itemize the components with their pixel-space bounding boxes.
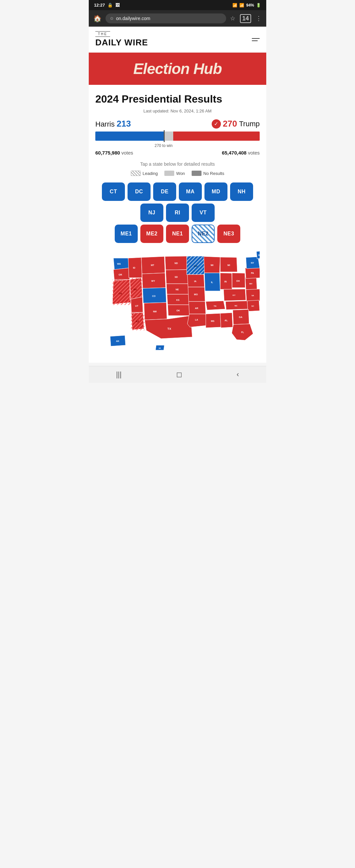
logo-main: DAILY WIRE xyxy=(95,37,148,48)
address-bar[interactable]: ⊙ on.dailywire.com xyxy=(105,13,226,23)
svg-text:PA: PA xyxy=(251,272,254,274)
state-btn-DE[interactable]: DE xyxy=(153,183,176,201)
svg-text:NE: NE xyxy=(175,288,179,291)
progress-bar xyxy=(95,131,260,141)
to-win-label: 270 to win xyxy=(155,143,172,148)
svg-text:NY: NY xyxy=(251,262,254,264)
state-btn-MD[interactable]: MD xyxy=(204,183,227,201)
signal-icon: 📶 xyxy=(239,3,244,7)
menu-line-1 xyxy=(252,38,260,39)
nav-home-icon[interactable]: ◻ xyxy=(176,370,182,379)
svg-text:OR: OR xyxy=(119,274,122,276)
site-header: THE DAILY WIRE xyxy=(89,27,266,53)
legend-leading: Leading xyxy=(131,170,158,176)
state-btn-NE2[interactable]: NE2 xyxy=(192,224,215,243)
time: 12:27 xyxy=(94,3,105,7)
svg-text:AL: AL xyxy=(225,319,228,321)
harris-score: 213 xyxy=(117,119,131,129)
svg-text:AR: AR xyxy=(195,307,198,309)
state-btn-NJ[interactable]: NJ xyxy=(140,204,163,222)
battery-text: 94% xyxy=(246,3,254,7)
harris-name: Harris xyxy=(95,120,117,128)
state-btn-ME1[interactable]: ME1 xyxy=(115,224,138,243)
harris-votes: 60,775,980 votes xyxy=(95,150,133,156)
legend-leading-label: Leading xyxy=(143,171,158,176)
svg-text:NV: NV xyxy=(133,288,137,291)
star-icon[interactable]: ☆ xyxy=(230,15,235,22)
svg-text:LA: LA xyxy=(195,319,198,321)
state-WA[interactable] xyxy=(114,258,129,270)
state-btn-CT[interactable]: CT xyxy=(102,183,125,201)
logo-the: THE xyxy=(95,31,110,37)
menu-icon[interactable] xyxy=(252,38,260,41)
svg-text:AK: AK xyxy=(116,340,119,342)
image-icon: 🖼 xyxy=(116,3,120,7)
svg-text:AZ: AZ xyxy=(136,320,139,322)
menu-line-2 xyxy=(252,40,258,41)
election-hub-title: Election Hub xyxy=(95,60,260,78)
svg-text:OK: OK xyxy=(176,309,180,312)
legend: Leading Won No Results xyxy=(95,170,260,176)
bar-gap xyxy=(164,131,173,141)
svg-text:MT: MT xyxy=(151,264,155,266)
election-hub-banner: Election Hub xyxy=(89,53,266,85)
svg-text:NM: NM xyxy=(153,310,157,313)
svg-text:GA: GA xyxy=(239,316,243,318)
state-btn-RI[interactable]: RI xyxy=(166,204,189,222)
tap-instruction: Tap a state below for detailed results xyxy=(95,161,260,167)
svg-text:FL: FL xyxy=(241,331,244,333)
state-btn-DC[interactable]: DC xyxy=(128,183,151,201)
us-map-svg: WA OR CA ID NV MT WY xyxy=(95,248,260,353)
svg-text:TN: TN xyxy=(214,305,216,307)
legend-won: Won xyxy=(164,170,185,176)
svg-text:MI: MI xyxy=(227,264,230,266)
trump-votes-number: 65,470,408 xyxy=(222,150,247,156)
svg-text:SD: SD xyxy=(174,276,178,278)
state-btn-NH[interactable]: NH xyxy=(230,183,253,201)
svg-text:IN: IN xyxy=(225,280,227,283)
svg-text:KS: KS xyxy=(176,299,180,301)
candidate-row: Harris 213 ✓270 Trump xyxy=(95,119,260,129)
state-btn-NE1[interactable]: NE1 xyxy=(166,224,189,243)
url-text: on.dailywire.com xyxy=(116,16,150,21)
state-btn-ME2[interactable]: ME2 xyxy=(140,224,163,243)
svg-text:KY: KY xyxy=(233,294,235,296)
svg-text:VA: VA xyxy=(252,294,254,297)
legend-swatch-won xyxy=(164,170,174,176)
svg-text:OH: OH xyxy=(236,280,240,282)
battery-icon: 🔋 xyxy=(256,3,261,7)
nav-bar: ||| ◻ ‹ xyxy=(89,366,266,383)
svg-text:WY: WY xyxy=(151,280,155,282)
tab-count[interactable]: 14 xyxy=(240,14,251,23)
harris-votes-unit: votes xyxy=(121,150,133,156)
svg-text:ID: ID xyxy=(133,267,135,269)
harris-side: Harris 213 xyxy=(95,119,131,129)
state-row-1: CT DC DE MA MD NH xyxy=(95,183,260,201)
harris-votes-number: 60,775,980 xyxy=(95,150,120,156)
nav-recent-icon[interactable]: ‹ xyxy=(237,370,239,379)
status-bar: 12:27 🔒 🖼 📶 📶 94% 🔋 xyxy=(89,0,266,10)
trump-votes: 65,470,408 votes xyxy=(222,150,260,156)
state-buttons-section: CT DC DE MA MD NH NJ RI VT ME1 ME2 NE1 N… xyxy=(95,183,260,243)
svg-text:MN: MN xyxy=(194,265,198,267)
svg-text:SC: SC xyxy=(252,305,254,307)
svg-text:MS: MS xyxy=(211,320,215,322)
state-btn-VT[interactable]: VT xyxy=(192,204,215,222)
logo-area: THE DAILY WIRE xyxy=(95,31,148,48)
more-icon[interactable]: ⋮ xyxy=(256,15,262,22)
trump-score: 270 xyxy=(223,119,237,129)
svg-text:WV: WV xyxy=(249,283,253,285)
svg-text:WI: WI xyxy=(211,264,214,266)
svg-text:IL: IL xyxy=(211,281,213,283)
nav-back-icon[interactable]: ||| xyxy=(116,370,122,379)
state-btn-NE3[interactable]: NE3 xyxy=(217,224,240,243)
state-row-2: NJ RI VT xyxy=(95,204,260,222)
svg-text:CO: CO xyxy=(152,295,156,297)
main-content: 2024 Presidential Results Last updated: … xyxy=(89,85,266,363)
legend-no-results: No Results xyxy=(192,170,225,176)
winner-checkmark: ✓ xyxy=(212,119,221,129)
home-icon[interactable]: 🏠 xyxy=(93,14,102,22)
state-btn-MA[interactable]: MA xyxy=(179,183,202,201)
last-updated: Last updated: Nov 6, 2024, 1:26 AM xyxy=(95,108,260,114)
state-row-3: ME1 ME2 NE1 NE2 NE3 xyxy=(95,224,260,243)
